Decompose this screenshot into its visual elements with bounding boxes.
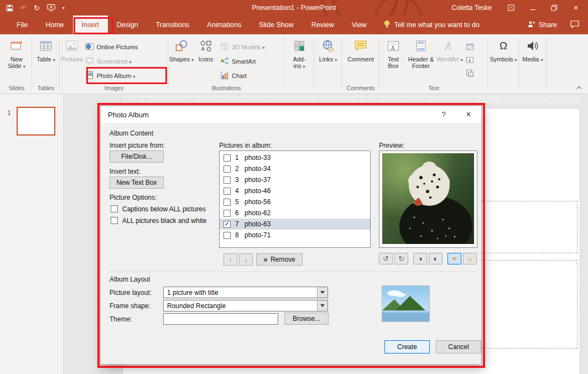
collapse-ribbon-button[interactable] (576, 84, 582, 91)
icons-button[interactable]: Icons (194, 34, 218, 82)
links-button[interactable]: Links (319, 34, 337, 82)
pictures-icon (65, 38, 79, 54)
add-ins-button[interactable]: Add-ins (290, 34, 309, 82)
picture-checkbox[interactable] (223, 199, 231, 206)
picture-checkbox[interactable] (223, 221, 231, 228)
text-box-button[interactable]: A Text Box (381, 34, 406, 82)
ribbon-tab[interactable]: View (343, 15, 376, 34)
screenshot-button[interactable]: Screenshot (83, 55, 134, 67)
picture-list-item[interactable]: 7 photo-63 (220, 219, 370, 230)
picture-checkbox[interactable] (223, 154, 231, 162)
redo-button[interactable]: ↻ (34, 4, 40, 12)
new-text-box-button[interactable]: New Text Box (110, 176, 164, 189)
user-name: Coletta Teske (452, 4, 492, 12)
minimize-button[interactable] (527, 0, 538, 15)
picture-checkbox[interactable] (223, 210, 231, 217)
photo-album-button[interactable]: Photo Album (83, 70, 137, 82)
date-time-button[interactable] (464, 41, 476, 52)
3d-models-button[interactable]: 3D Models (218, 41, 267, 53)
ribbon-tab[interactable]: Transitions (147, 15, 199, 34)
slide-number-button[interactable]: # (464, 54, 476, 65)
slide-number-label: 1 (7, 109, 11, 117)
move-down-button[interactable]: ↓ (239, 253, 253, 266)
minimize-icon (530, 5, 536, 11)
smartart-button[interactable]: SmartArt (218, 55, 258, 67)
object-icon (466, 69, 474, 77)
picture-option-checkbox[interactable]: Captions below ALL pictures (111, 203, 206, 215)
online-pictures-button[interactable]: Online Pictures (83, 41, 141, 53)
table-button[interactable]: Table (37, 34, 55, 82)
dialog-help-button[interactable]: ? (438, 110, 449, 118)
picture-list-item[interactable]: 1 photo-33 (220, 152, 370, 163)
wordart-button[interactable]: A WordArt (436, 34, 464, 82)
chevron-down-icon[interactable] (317, 300, 327, 311)
slide-thumbnail[interactable] (17, 107, 55, 136)
close-button[interactable]: × (570, 0, 581, 15)
lightbulb-icon (383, 20, 391, 30)
pictures-button[interactable]: Pictures (61, 34, 83, 82)
customize-qat-button[interactable]: ▾ (63, 6, 65, 11)
ribbon-group-media: Media (519, 34, 547, 94)
object-button[interactable] (464, 67, 476, 79)
slide-number-icon: # (466, 56, 474, 64)
picture-option-checkbox[interactable]: ALL pictures black and white (111, 215, 206, 226)
picture-list-item[interactable]: 6 photo-62 (220, 207, 370, 219)
ribbon-tab[interactable]: Review (303, 15, 343, 34)
frame-shape-select[interactable]: Rounded Rectangle (163, 300, 328, 311)
picture-list-item[interactable]: 3 photo-37 (220, 174, 370, 185)
ribbon-display-options-icon (508, 4, 514, 11)
ribbon-tab[interactable]: Slide Show (250, 15, 303, 34)
comments-panel-button[interactable] (570, 20, 579, 30)
cancel-button[interactable]: Cancel (436, 340, 481, 354)
share-button[interactable]: Share (528, 20, 557, 29)
picture-list-item[interactable]: 2 photo-34 (220, 163, 370, 174)
remove-button[interactable]: × Remove (256, 253, 303, 266)
theme-input[interactable] (163, 313, 278, 325)
ribbon-tab[interactable]: File (8, 15, 37, 34)
increase-brightness-button[interactable]: ☀ (447, 253, 461, 264)
ribbon-group-symbols: Ω Symbols (488, 34, 519, 94)
picture-checkbox[interactable] (223, 188, 231, 195)
file-disk-button[interactable]: File/Disk... (110, 150, 164, 163)
picture-name: photo-34 (244, 165, 270, 173)
increase-contrast-button[interactable]: ◑ (413, 253, 427, 264)
undo-button[interactable]: ↶ (20, 4, 27, 12)
picture-list-item[interactable]: 4 photo-46 (220, 185, 370, 196)
restore-button[interactable] (549, 0, 560, 15)
shapes-icon (174, 38, 189, 54)
picture-list-item[interactable]: 8 photo-71 (220, 230, 370, 241)
picture-list-item[interactable]: 5 photo-56 (220, 196, 370, 207)
symbols-button[interactable]: Ω Symbols (490, 34, 517, 82)
move-up-button[interactable]: ↑ (223, 253, 237, 266)
tell-me-box[interactable]: Tell me what you want to do (383, 15, 480, 34)
picture-layout-select[interactable]: 1 picture with title (163, 287, 328, 298)
media-button[interactable]: Media (523, 34, 543, 82)
ribbon-tab[interactable]: Home (37, 15, 72, 34)
chart-button[interactable]: Chart (218, 70, 249, 82)
ribbon-tab[interactable]: Animations (198, 15, 250, 34)
ribbon-tab[interactable]: Design (108, 15, 147, 34)
ribbon-display-options-button[interactable] (506, 0, 517, 15)
redo-icon: ↻ (34, 4, 40, 12)
create-button[interactable]: Create (384, 340, 430, 354)
start-from-beginning-button[interactable] (47, 4, 55, 12)
picture-index: 5 (235, 198, 240, 206)
picture-checkbox[interactable] (223, 232, 231, 239)
comment-button[interactable]: Comment (347, 34, 374, 82)
pictures-in-album-list[interactable]: 1 photo-33 2 photo-34 3 photo-37 4 photo… (219, 150, 371, 248)
header-footer-button[interactable]: Header & Footer (406, 34, 436, 82)
rotate-left-button[interactable]: ↺ (379, 253, 393, 264)
picture-checkbox[interactable] (223, 165, 231, 173)
chevron-down-icon[interactable] (317, 287, 327, 298)
browse-button[interactable]: Browse... (284, 313, 329, 325)
save-button[interactable] (6, 4, 13, 12)
decrease-brightness-button[interactable]: ☼ (463, 253, 477, 264)
new-slide-button[interactable]: New Slide (6, 34, 28, 82)
rotate-right-button[interactable]: ↻ (394, 253, 408, 264)
shapes-button[interactable]: Shapes (169, 34, 194, 82)
decrease-contrast-button[interactable]: ◐ (429, 253, 443, 264)
links-icon (321, 38, 335, 54)
picture-checkbox[interactable] (223, 176, 231, 184)
ribbon-tab[interactable]: Insert (73, 15, 108, 34)
dialog-close-button[interactable]: × (459, 108, 478, 121)
